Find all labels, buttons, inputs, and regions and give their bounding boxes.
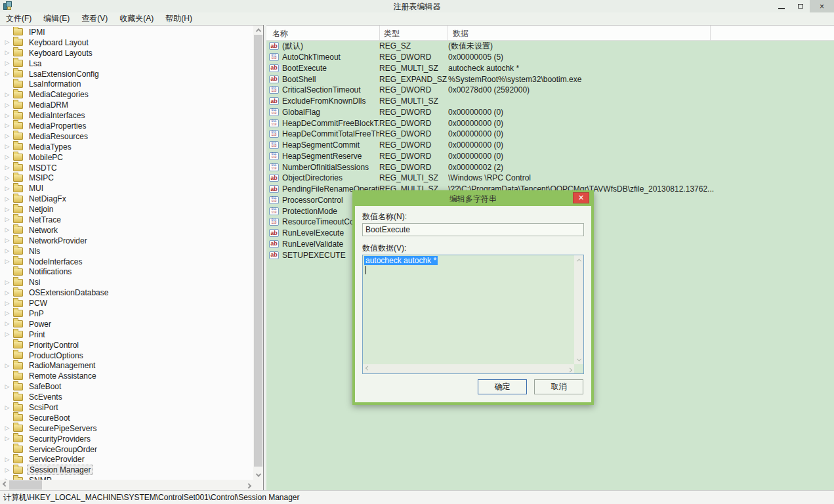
expand-arrow-icon[interactable]: ▷: [3, 436, 11, 442]
tree-item-nls[interactable]: ▷Nls: [0, 246, 253, 257]
column-header-data[interactable]: 数据: [453, 28, 469, 39]
tree-item-serviceprovider[interactable]: ▷ServiceProvider: [0, 455, 253, 465]
registry-value-row[interactable]: ab(默认)REG_SZ(数值未设置): [266, 41, 834, 52]
tree-item-mediadrm[interactable]: ▷MediaDRM: [0, 100, 253, 110]
registry-value-row[interactable]: 011110AutoChkTimeoutREG_DWORD0x00000005 …: [266, 52, 834, 63]
tree-item-servicegrouporder[interactable]: ServiceGroupOrder: [0, 444, 253, 455]
edit-scroll-up-icon[interactable]: [574, 255, 583, 264]
expand-arrow-icon[interactable]: ▷: [3, 144, 11, 150]
tree-item-securityproviders[interactable]: ▷SecurityProviders: [0, 434, 253, 444]
tree-item-nsi[interactable]: ▷Nsi: [0, 277, 253, 287]
tree-item-label[interactable]: SecurePipeServers: [27, 424, 98, 433]
registry-value-row[interactable]: abObjectDirectoriesREG_MULTI_SZ\Windows …: [266, 173, 834, 184]
value-name[interactable]: GlobalFlag: [281, 108, 379, 117]
value-name[interactable]: CriticalSectionTimeout: [281, 85, 379, 94]
tree-item-print[interactable]: ▷Print: [0, 329, 253, 340]
tree-item-osextensiondatabase[interactable]: ▷OSExtensionDatabase: [0, 287, 253, 298]
tree-item-label[interactable]: OSExtensionDatabase: [27, 288, 110, 297]
registry-value-row[interactable]: abExcludeFromKnownDllsREG_MULTI_SZ: [266, 96, 834, 107]
column-header-name[interactable]: 名称: [272, 28, 288, 39]
tree-item-label[interactable]: Nls: [27, 247, 42, 256]
expand-arrow-icon[interactable]: ▷: [3, 227, 11, 233]
expand-arrow-icon[interactable]: ▷: [3, 457, 11, 463]
menu-item-2[interactable]: 查看(V): [75, 12, 114, 26]
tree-item-label[interactable]: MediaDRM: [27, 100, 70, 110]
tree-item-label[interactable]: Network: [27, 226, 60, 235]
value-name[interactable]: ExcludeFromKnownDlls: [281, 96, 379, 106]
tree-item-label[interactable]: SecurityProviders: [27, 434, 93, 444]
expand-arrow-icon[interactable]: ▷: [3, 310, 11, 316]
tree-item-msdtc[interactable]: ▷MSDTC: [0, 163, 253, 173]
value-name-input[interactable]: BootExecute: [362, 223, 584, 236]
expand-arrow-icon[interactable]: ▷: [3, 113, 11, 119]
tree-item-prioritycontrol[interactable]: PriorityControl: [0, 340, 253, 350]
tree-item-label[interactable]: ScsiPort: [27, 403, 60, 412]
tree-item-label[interactable]: SafeBoot: [27, 382, 63, 391]
tree-item-msipc[interactable]: ▷MSIPC: [0, 173, 253, 183]
value-name[interactable]: BootShell: [281, 75, 379, 84]
tree-item-networkprovider[interactable]: ▷NetworkProvider: [0, 236, 253, 246]
expand-arrow-icon[interactable]: ▷: [3, 196, 11, 202]
tree-item-label[interactable]: ProductOptions: [27, 351, 85, 360]
expand-arrow-icon[interactable]: ▷: [3, 217, 11, 222]
tree-item-lsaextensionconfig[interactable]: ▷LsaExtensionConfig: [0, 69, 253, 79]
value-name[interactable]: AutoChkTimeout: [281, 52, 379, 62]
tree-item-session-manager[interactable]: ▷Session Manager: [0, 465, 253, 475]
value-data-edit[interactable]: autocheck autochk *: [362, 255, 584, 374]
tree-item-label[interactable]: Keyboard Layouts: [27, 49, 94, 58]
scroll-up-icon[interactable]: [253, 26, 263, 35]
tree-vscroll-thumb[interactable]: [254, 35, 262, 467]
registry-value-row[interactable]: 011110HeapDeCommitTotalFreeTh...REG_DWOR…: [266, 129, 834, 140]
tree-item-label[interactable]: LsaExtensionConfig: [27, 70, 101, 79]
expand-arrow-icon[interactable]: ▷: [3, 259, 11, 264]
tree-item-label[interactable]: Notifications: [27, 267, 73, 276]
registry-value-row[interactable]: 011110CriticalSectionTimeoutREG_DWORD0x0…: [266, 85, 834, 96]
tree-item-label[interactable]: PriorityControl: [27, 341, 81, 350]
tree-item-safeboot[interactable]: ▷SafeBoot: [0, 381, 253, 392]
ok-button[interactable]: 确定: [478, 379, 527, 394]
registry-value-row[interactable]: 011110HeapSegmentCommitREG_DWORD0x000000…: [266, 140, 834, 151]
tree-item-label[interactable]: NetworkProvider: [27, 236, 89, 245]
tree-item-mediatypes[interactable]: ▷MediaTypes: [0, 142, 253, 152]
tree-item-label[interactable]: SecureBoot: [27, 413, 72, 423]
tree-item-label[interactable]: PCW: [27, 299, 49, 308]
value-name[interactable]: NumberOfInitialSessions: [281, 163, 379, 172]
cancel-button[interactable]: 取消: [534, 379, 583, 394]
tree-item-securepipeservers[interactable]: ▷SecurePipeServers: [0, 423, 253, 434]
expand-arrow-icon[interactable]: ▷: [3, 92, 11, 98]
tree-item-secureboot[interactable]: SecureBoot: [0, 413, 253, 423]
expand-arrow-icon[interactable]: ▷: [3, 425, 11, 431]
value-name[interactable]: (默认): [281, 41, 379, 52]
value-name[interactable]: HeapDeCommitFreeBlockT...: [281, 119, 379, 128]
restore-button[interactable]: [791, 0, 810, 12]
registry-value-row[interactable]: 011110HeapSegmentReserveREG_DWORD0x00000…: [266, 151, 834, 162]
expand-arrow-icon[interactable]: ▷: [3, 71, 11, 77]
registry-value-row[interactable]: 011110NumberOfInitialSessionsREG_DWORD0x…: [266, 161, 834, 173]
tree-item-label[interactable]: MediaTypes: [27, 142, 73, 152]
value-data-text[interactable]: autocheck autochk *: [363, 255, 574, 364]
tree-item-ipmi[interactable]: IPMI: [0, 27, 253, 37]
tree-item-lsainformation[interactable]: LsaInformation: [0, 79, 253, 89]
expand-arrow-icon[interactable]: ▷: [3, 280, 11, 285]
expand-arrow-icon[interactable]: ▷: [3, 165, 11, 171]
tree-item-label[interactable]: NetDiagFx: [27, 194, 68, 203]
tree-item-mediaresources[interactable]: ▷MediaResources: [0, 131, 253, 142]
tree-item-lsa[interactable]: ▷Lsa: [0, 58, 253, 69]
tree-item-nodeinterfaces[interactable]: ▷NodeInterfaces: [0, 257, 253, 267]
tree-item-nettrace[interactable]: ▷NetTrace: [0, 215, 253, 225]
tree-item-keyboard-layouts[interactable]: ▷Keyboard Layouts: [0, 48, 253, 58]
tree-item-label[interactable]: Power: [27, 320, 53, 329]
expand-arrow-icon[interactable]: ▷: [3, 467, 11, 473]
tree-item-pnp[interactable]: ▷PnP: [0, 308, 253, 319]
tree-item-label[interactable]: Keyboard Layout: [27, 38, 91, 47]
tree-item-netjoin[interactable]: ▷Netjoin: [0, 204, 253, 215]
tree-item-keyboard-layout[interactable]: ▷Keyboard Layout: [0, 37, 253, 48]
dialog-close-button[interactable]: ✕: [573, 192, 589, 203]
expand-arrow-icon[interactable]: ▷: [3, 133, 11, 139]
tree-item-label[interactable]: ServiceGroupOrder: [27, 445, 99, 454]
close-button[interactable]: ×: [810, 0, 834, 12]
scroll-left-icon[interactable]: [0, 480, 10, 490]
tree-item-mui[interactable]: ▷MUI: [0, 183, 253, 194]
tree-item-remote-assistance[interactable]: Remote Assistance: [0, 371, 253, 381]
expand-arrow-icon[interactable]: ▷: [3, 154, 11, 160]
